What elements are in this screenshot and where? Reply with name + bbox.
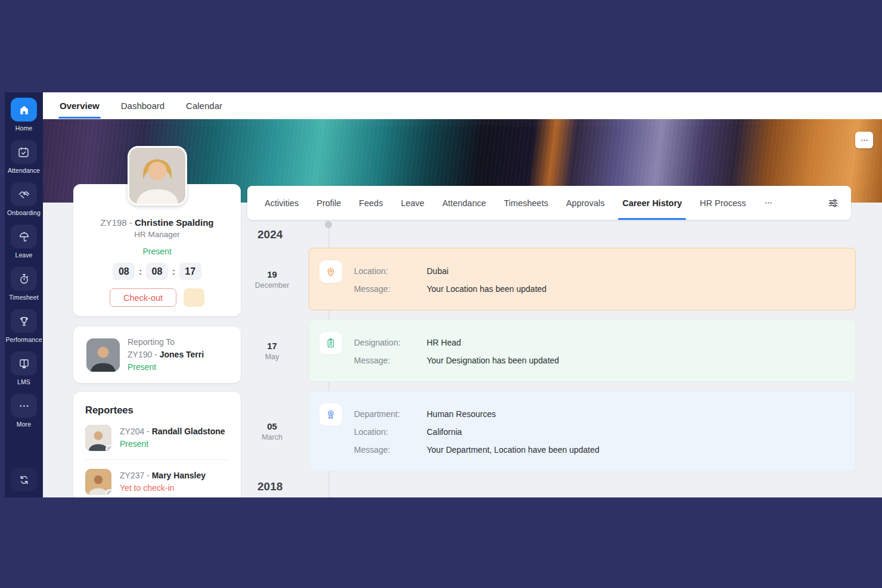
timer-separator: : [172, 267, 175, 276]
more-dots-icon [11, 394, 37, 418]
timeline-field-value: Your Designation has been updated [427, 351, 559, 369]
timer-hours: 08 [113, 263, 135, 280]
timeline-row: Designation:HR Head [354, 334, 843, 351]
employee-avatar [128, 146, 187, 206]
timeline-field-label: Designation: [354, 334, 427, 351]
trophy-icon [11, 309, 37, 333]
manager-status: Present [128, 361, 204, 374]
reportee-info: ZY204 - Randall GladstonePresent [120, 425, 225, 450]
timeline-year: 2018 [257, 480, 856, 493]
timeline-field-value: Your Location has been updated [427, 280, 546, 298]
timeline-month: December [255, 281, 290, 290]
banner-more-button[interactable] [855, 132, 873, 148]
work-timer: 08 : 08 : 17 [73, 263, 241, 280]
career-history-timeline: 202419DecemberLocation:DubaiMessage:Your… [247, 220, 856, 497]
sidebar-item-label: LMS [17, 378, 30, 385]
reportees-card: Reportees ZY204 - Randall GladstonePrese… [73, 392, 241, 497]
sliders-icon [827, 197, 839, 209]
stopwatch-button[interactable] [184, 288, 204, 307]
timeline-month: May [265, 353, 279, 361]
timeline-row: Location:California [354, 423, 843, 441]
presence-dot [105, 445, 111, 451]
sidebar-item-label: Performance [5, 336, 42, 343]
timeline-field-label: Location: [354, 262, 427, 280]
sidebar-item-timesheet[interactable]: Timesheet [9, 267, 39, 301]
reportee-status: Present [120, 438, 225, 450]
sidebar-item-home[interactable]: Home [11, 98, 37, 132]
reportee-name: Randall Gladstone [152, 427, 225, 436]
sidebar-item-leave[interactable]: Leave [11, 225, 37, 259]
employee-role: HR Manager [73, 230, 241, 239]
employee-card: ZY198 - Christine Spalding HR Manager Pr… [73, 184, 241, 316]
reportee-row[interactable]: ZY204 - Randall GladstonePresent [85, 416, 229, 459]
profile-tab-timesheets[interactable]: Timesheets [495, 186, 557, 220]
timeline-row: Message:Your Department, Location have b… [354, 441, 843, 459]
sidebar-item-lms[interactable]: LMS [11, 351, 37, 385]
timeline-card-rows: Department:Human ResourcesLocation:Calif… [354, 403, 843, 459]
tab-calendar[interactable]: Calendar [186, 92, 222, 119]
sidebar-item-label: Attendance [8, 167, 40, 174]
reportee-id: ZY204 - [120, 427, 152, 436]
profile-tab-approvals[interactable]: Approvals [557, 186, 613, 220]
timeline-day: 17 [267, 341, 277, 351]
sidebar-sync-button[interactable] [11, 468, 37, 491]
reporting-to-card[interactable]: Reporting To ZY190 - Jones Terri Present [73, 326, 241, 383]
profile-tab-leave[interactable]: Leave [392, 186, 434, 220]
stopwatch-icon [11, 267, 37, 291]
timeline-date: 05March [247, 391, 309, 471]
timeline-dot [325, 221, 332, 228]
sidebar-item-more[interactable]: More [11, 394, 37, 428]
sidebar-item-attendance[interactable]: Attendance [8, 140, 40, 174]
sidebar-item-onboarding[interactable]: Onboarding [7, 182, 41, 216]
handshake-icon [11, 182, 37, 206]
employee-actions: Check-out [73, 288, 241, 307]
timeline-year: 2024 [257, 228, 856, 241]
profile-tab-career-history[interactable]: Career History [613, 186, 691, 220]
timeline-date: 17May [247, 319, 309, 382]
timeline-field-value: Your Department, Location have been upda… [427, 441, 600, 459]
profile-tab-profile[interactable]: Profile [308, 186, 350, 220]
profile-tab-hr-process[interactable]: HR Process [691, 186, 754, 220]
award-icon [319, 403, 342, 426]
timeline-field-value: HR Head [427, 334, 461, 351]
timeline-card: Department:Human ResourcesLocation:Calif… [309, 391, 856, 471]
reportee-status: Yet to check-in [120, 482, 206, 494]
reporting-to-label: Reporting To [128, 336, 204, 349]
timer-minutes: 08 [146, 263, 168, 280]
employee-name-row: ZY198 - Christine Spalding [73, 217, 241, 228]
top-navigation: OverviewDashboardCalendar [43, 92, 882, 119]
timeline-card-rows: Designation:HR HeadMessage:Your Designat… [354, 332, 843, 369]
sidebar-item-label: More [17, 421, 31, 428]
reportee-row[interactable]: ZY237 - Mary HansleyYet to check-in [85, 459, 229, 497]
timeline-entry: 17MayDesignation:HR HeadMessage:Your Des… [247, 319, 856, 382]
timeline-filter-button[interactable] [827, 197, 839, 209]
lms-book-icon [11, 351, 37, 375]
timeline-field-label: Message: [354, 441, 427, 459]
check-out-button[interactable]: Check-out [110, 288, 176, 307]
timeline-card: Location:DubaiMessage:Your Location has … [309, 248, 856, 310]
tab-dashboard[interactable]: Dashboard [121, 92, 164, 119]
reportees-list: ZY204 - Randall GladstonePresent ZY237 -… [85, 416, 229, 497]
manager-avatar [86, 338, 120, 372]
reportee-info: ZY237 - Mary HansleyYet to check-in [120, 469, 206, 494]
reportee-name: Mary Hansley [152, 471, 206, 480]
timeline-day: 19 [267, 269, 277, 279]
timeline-field-label: Department: [354, 405, 427, 423]
profile-tab-feeds[interactable]: Feeds [350, 186, 392, 220]
profile-tab-more[interactable] [755, 186, 782, 220]
manager-info: Reporting To ZY190 - Jones Terri Present [128, 336, 204, 374]
sidebar-item-performance[interactable]: Performance [5, 309, 42, 343]
timeline-row: Department:Human Resources [354, 405, 843, 423]
timeline-row: Message:Your Location has been updated [354, 280, 843, 298]
tab-overview[interactable]: Overview [60, 92, 100, 119]
profile-tab-activities[interactable]: Activities [256, 186, 308, 220]
profile-tab-bar: ActivitiesProfileFeedsLeaveAttendanceTim… [247, 186, 851, 220]
sidebar-item-label: Leave [15, 251, 32, 259]
timeline-card-rows: Location:DubaiMessage:Your Location has … [354, 260, 843, 298]
more-dots-icon [764, 198, 773, 207]
manager-name-row: ZY190 - Jones Terri [128, 349, 204, 361]
reportee-name-row: ZY204 - Randall Gladstone [120, 425, 225, 438]
sync-icon [11, 468, 37, 491]
reportee-id: ZY237 - [120, 471, 152, 480]
profile-tab-attendance[interactable]: Attendance [433, 186, 495, 220]
